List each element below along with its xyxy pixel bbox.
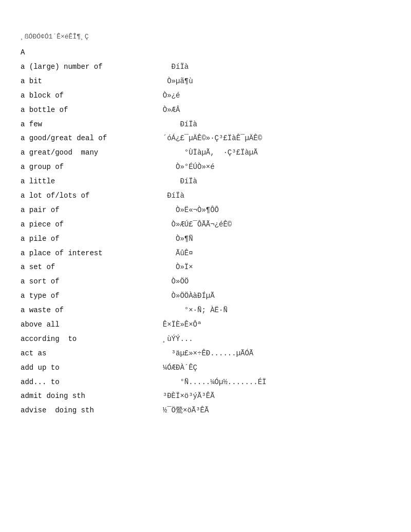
entry-phrase: add up to [21, 362, 154, 375]
entry-translation: Ê×ÏÈ»Ê×Ôª [154, 318, 201, 332]
entry-translation: ÐíÏà [154, 61, 189, 74]
entry-phrase: a group of [21, 161, 154, 174]
list-item: a pair of Ò»Ë«¬Ò»¶ÔÕ [21, 204, 390, 217]
entry-phrase: add... to [21, 376, 154, 389]
list-item: a pile of Ò»¶Ñ [21, 233, 390, 246]
entry-translation: Ò»¶Ñ [154, 233, 193, 246]
list-item: a piece of Ò»ÆÚ£¯ÔÃÃ¬¿éÊ© [21, 218, 390, 232]
entry-phrase: a waste of [21, 304, 154, 317]
entry-translation: Ò»µã¶ù [154, 75, 193, 88]
entry-phrase: a little [21, 175, 154, 188]
entry-translation: Ò»ÖÖÀàÐÍµÃ [154, 290, 215, 303]
list-item: a type of Ò»ÖÖÀàÐÍµÃ [21, 290, 390, 303]
list-item: a set of Ò»Ï× [21, 261, 390, 274]
entry-phrase: A [21, 46, 154, 60]
entry-phrase: a few [21, 118, 154, 131]
entry-translation: ¸ùÝÝ... [154, 333, 193, 346]
entry-phrase: a bottle of [21, 104, 154, 117]
list-item: a bottle of Ò»ÆÂ [21, 104, 390, 117]
entry-translation: ³ÐÈÏ×ö³ýÃ³ÊÃ [154, 390, 215, 403]
list-item: a (large) number of ÐíÏà [21, 61, 390, 74]
entry-phrase: a lot of/lots of [21, 189, 154, 203]
entry-translation: ´óÁ¿£¯µÄÊ©»·Ç³£ÏàÊ¯µÄÊ© [154, 132, 262, 145]
entry-translation: Ò»°ÉÚÒ»×é [154, 161, 215, 174]
list-item: a bit Ò»µã¶ù [21, 75, 390, 88]
entry-phrase: act as [21, 347, 154, 360]
list-item: a waste of °×·Ñ; ÀË·Ñ [21, 304, 390, 317]
list-item: a great/good many °ÙÏàµÃ, ·Ç³£ÏàµÃ [21, 146, 390, 160]
entry-phrase: advise doing sth [21, 404, 154, 417]
list-item: a good/great deal of ´óÁ¿£¯µÄÊ©»·Ç³£ÏàÊ¯… [21, 132, 390, 145]
list-item: a lot of/lots of ÐíÏà [21, 189, 390, 203]
entry-phrase: a block of [21, 89, 154, 103]
entry-phrase: a pair of [21, 204, 154, 217]
entry-translation: Ò»Ë«¬Ò»¶ÔÕ [154, 204, 219, 217]
entry-translation: Ò»ÆÚ£¯ÔÃÃ¬¿éÊ© [154, 218, 232, 232]
entry-translation: Ò»ÆÂ [154, 104, 180, 117]
list-item: a few ÐíÏà [21, 118, 390, 131]
entry-translation: ÐíÏà [154, 118, 197, 131]
entry-phrase: according to [21, 333, 154, 346]
entry-translation: ÐíÏà [154, 189, 184, 203]
entry-phrase: a sort of [21, 275, 154, 289]
list-item: add up to ¼ÓÆÐÀ´ÊÇ [21, 362, 390, 375]
list-item: a group of Ò»°ÉÚÒ»×é [21, 161, 390, 174]
entry-translation: Ò»Ï× [154, 261, 193, 274]
entry-phrase: admit doing sth [21, 390, 154, 403]
entry-translation: ¼ÓÆÐÀ´ÊÇ [154, 362, 197, 375]
entry-phrase: a piece of [21, 218, 154, 232]
list-item: above all Ê×ÏÈ»Ê×Ôª [21, 318, 390, 332]
list-item: a sort of Ò»ÖÖ [21, 275, 390, 289]
entry-translation: Ò»¿é [154, 89, 180, 103]
entry-translation: ³äµ£»×÷ÊÐ......µÃÓÃ [154, 347, 253, 360]
entry-phrase: a (large) number of [21, 61, 154, 74]
entry-phrase: a place of interest [21, 247, 154, 260]
entry-phrase: a type of [21, 290, 154, 303]
entry-translation: °×·Ñ; ÀË·Ñ [154, 304, 228, 317]
entry-phrase: a great/good many [21, 146, 154, 160]
list-item: a block of Ò»¿é [21, 89, 390, 103]
entry-translation: °Ñ.....¼Óµ½.......ÉÏ [154, 376, 266, 389]
list-item: a place of interest ÃûÊ¤ [21, 247, 390, 260]
entry-phrase: a set of [21, 261, 154, 274]
list-item: act as ³äµ£»×÷ÊÐ......µÃÓÃ [21, 347, 390, 360]
list-item: advise doing sth ½¯Ö鶯×öÃ³ÊÃ [21, 404, 390, 417]
list-item: according to ¸ùÝÝ... [21, 333, 390, 346]
list-item: A [21, 46, 390, 60]
entry-phrase: a bit [21, 75, 154, 88]
entry-translation: ÃûÊ¤ [154, 247, 193, 260]
entry-translation: ½¯Ö鶯×öÃ³ÊÃ [154, 404, 209, 417]
entry-translation: ÐíÏà [154, 175, 197, 188]
entry-translation: °ÙÏàµÃ, ·Ç³£ÏàµÃ [154, 146, 258, 160]
entry-phrase: a pile of [21, 233, 154, 246]
page-header: ¸ßÓÐÓ¢Ó1´Ê×éÊÎ¶¸Ç [21, 31, 390, 43]
list-item: a little ÐíÏà [21, 175, 390, 188]
list-item: add... to °Ñ.....¼Óµ½.......ÉÏ [21, 376, 390, 389]
entry-phrase: a good/great deal of [21, 132, 154, 145]
entry-translation: Ò»ÖÖ [154, 275, 189, 289]
entry-phrase: above all [21, 318, 154, 332]
list-item: admit doing sth ³ÐÈÏ×ö³ýÃ³ÊÃ [21, 390, 390, 403]
